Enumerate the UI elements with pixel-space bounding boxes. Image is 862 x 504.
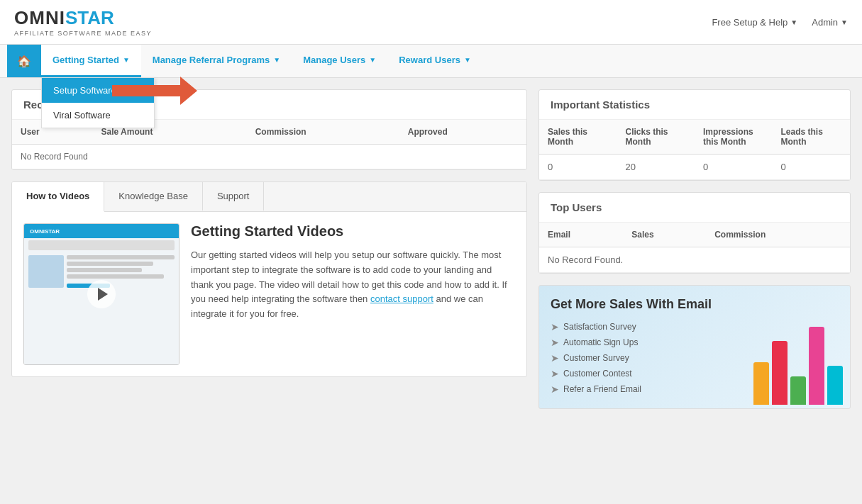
stats-title: Important Statistics <box>539 90 850 120</box>
video-line-2 <box>67 262 153 266</box>
nav-item-manage-users[interactable]: Manage Users ▼ <box>292 45 387 77</box>
nav-item-getting-started[interactable]: Getting Started ▼ <box>41 45 141 77</box>
reward-users-caret: ▼ <box>464 56 471 64</box>
stat-col-impressions: Impressions this Month <box>695 120 773 155</box>
video-top-bar: OMNISTAR <box>24 224 179 238</box>
left-column: Recent Commissions User Sale Amount Comm… <box>11 89 527 409</box>
top-users-col-sales: Sales <box>623 223 706 247</box>
top-users-header-row: Email Sales Commission <box>539 223 850 247</box>
tab-support[interactable]: Support <box>203 182 265 211</box>
top-users-col-email: Email <box>539 223 623 247</box>
getting-started-dropdown: Getting Started ▼ Setup Software ☞ Viral… <box>41 45 141 77</box>
tabs-header: How to Videos Knowledge Base Support <box>12 182 526 212</box>
logo: OMNISTAR AFFILIATE SOFTWARE MADE EASY <box>14 7 152 37</box>
manage-referral-caret: ▼ <box>273 56 280 64</box>
stat-value-leads: 0 <box>773 155 851 180</box>
bullet-icon-1: ➤ <box>551 321 559 332</box>
bar-1 <box>772 341 788 405</box>
video-side-panel <box>28 255 64 288</box>
top-users-no-record: No Record Found. <box>539 247 850 273</box>
stat-value-sales: 0 <box>539 155 617 180</box>
bar-2 <box>790 376 806 405</box>
main-content: Recent Commissions User Sale Amount Comm… <box>0 78 862 420</box>
play-triangle-icon <box>98 288 108 301</box>
video-main-area <box>67 255 175 288</box>
important-statistics-panel: Important Statistics Sales this Month Cl… <box>538 89 851 181</box>
bar-4 <box>827 366 843 405</box>
nav-item-reward-users[interactable]: Reward Users ▼ <box>387 45 482 77</box>
video-preview[interactable]: OMNISTAR <box>23 223 179 365</box>
stats-header-row: Sales this Month Clicks this Month Impre… <box>539 120 850 155</box>
table-row: No Record Found <box>12 145 526 169</box>
tabs-container: How to Videos Knowledge Base Support OMN… <box>11 181 527 377</box>
logo-omni-text: OMNI <box>14 7 65 29</box>
top-users-col-commission: Commission <box>706 223 850 247</box>
stats-table: Sales this Month Clicks this Month Impre… <box>539 120 850 180</box>
stat-value-impressions: 0 <box>695 155 773 180</box>
arrow-shape <box>112 77 197 105</box>
video-logo: OMNISTAR <box>30 228 60 235</box>
arrow-indicator <box>112 77 197 105</box>
email-promo-title: Get More Sales With Email <box>551 297 839 312</box>
play-button-overlay[interactable] <box>87 280 116 308</box>
tabs-content: OMNISTAR <box>12 212 526 376</box>
right-column: Important Statistics Sales this Month Cl… <box>538 89 851 409</box>
stat-value-clicks: 20 <box>617 155 695 180</box>
free-setup-help-link[interactable]: Free Setup & Help ▼ <box>712 17 797 28</box>
bullet-icon-2: ➤ <box>551 337 559 348</box>
col-commission: Commission <box>247 120 399 145</box>
bar-3 <box>809 327 824 405</box>
getting-started-caret: ▼ <box>123 56 130 64</box>
logo-star-text: STAR <box>65 7 114 29</box>
stat-col-clicks: Clicks this Month <box>617 120 695 155</box>
video-nav-line <box>28 240 175 250</box>
stat-col-leads: Leads this Month <box>773 120 851 155</box>
top-users-title: Top Users <box>539 193 850 223</box>
logo-sub-text: AFFILIATE SOFTWARE MADE EASY <box>14 30 152 37</box>
bar-chart <box>753 327 843 405</box>
navbar: 🏠 Getting Started ▼ Setup Software ☞ Vir… <box>0 45 862 78</box>
video-section-title: Getting Started Videos <box>191 223 515 240</box>
stats-data-row: 0 20 0 0 <box>539 155 850 180</box>
email-promo-panel: Get More Sales With Email ➤ Satisfaction… <box>538 285 851 409</box>
top-users-table: Email Sales Commission No Record Found. <box>539 223 850 273</box>
no-record-cell: No Record Found <box>12 145 526 169</box>
bullet-icon-4: ➤ <box>551 368 559 379</box>
bullet-icon-5: ➤ <box>551 383 559 395</box>
header: OMNISTAR AFFILIATE SOFTWARE MADE EASY Fr… <box>0 0 862 45</box>
bullet-icon-3: ➤ <box>551 352 559 364</box>
header-right: Free Setup & Help ▼ Admin ▼ <box>712 17 848 28</box>
admin-caret-icon: ▼ <box>841 18 848 26</box>
col-approved: Approved <box>399 120 526 145</box>
admin-link[interactable]: Admin ▼ <box>812 17 848 28</box>
bar-0 <box>753 362 769 405</box>
top-users-panel: Top Users Email Sales Commission No Reco… <box>538 192 851 274</box>
video-line-1 <box>67 255 175 259</box>
help-caret-icon: ▼ <box>790 18 797 26</box>
tab-how-to-videos[interactable]: How to Videos <box>12 182 104 212</box>
nav-item-manage-referral[interactable]: Manage Referral Programs ▼ <box>141 45 292 77</box>
manage-users-caret: ▼ <box>369 56 376 64</box>
tab-knowledge-base[interactable]: Knowledge Base <box>104 182 203 211</box>
viral-software-item[interactable]: Viral Software <box>42 103 154 128</box>
video-line-4 <box>67 274 164 279</box>
nav-home-button[interactable]: 🏠 <box>7 45 41 77</box>
video-line-3 <box>67 268 142 272</box>
table-row: No Record Found. <box>539 247 850 273</box>
video-text-section: Getting Started Videos Our getting start… <box>191 223 515 365</box>
stat-col-sales: Sales this Month <box>539 120 617 155</box>
video-description: Our getting started videos will help you… <box>191 248 515 322</box>
contact-support-link[interactable]: contact support <box>370 293 433 304</box>
